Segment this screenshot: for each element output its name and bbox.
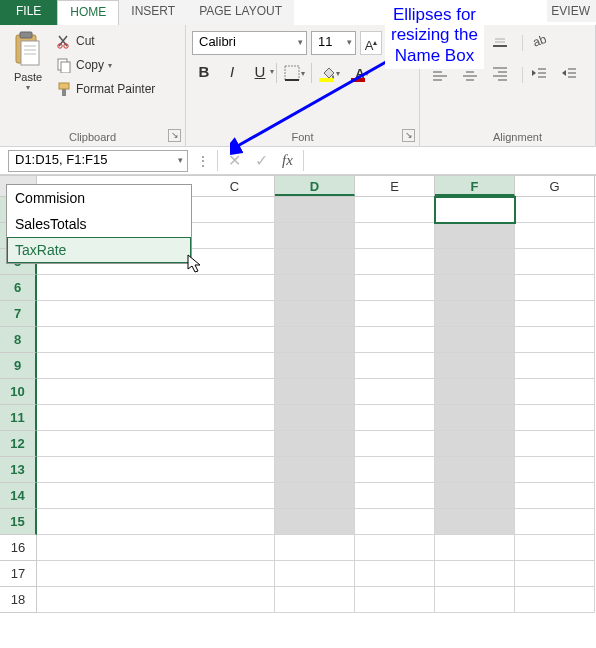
cell[interactable] — [515, 223, 595, 249]
cell[interactable] — [355, 197, 435, 223]
cell[interactable] — [435, 405, 515, 431]
underline-button[interactable]: U▾ — [248, 61, 272, 85]
cell[interactable] — [515, 431, 595, 457]
row-header[interactable]: 11 — [0, 405, 37, 431]
decrease-indent-button[interactable] — [529, 63, 555, 87]
cell[interactable] — [355, 587, 435, 613]
cell[interactable] — [515, 587, 595, 613]
cell[interactable] — [275, 431, 355, 457]
cell[interactable] — [435, 379, 515, 405]
cell[interactable] — [195, 561, 275, 587]
cell[interactable] — [275, 587, 355, 613]
row-header[interactable]: 7 — [0, 301, 37, 327]
cell[interactable] — [355, 457, 435, 483]
cell[interactable] — [515, 301, 595, 327]
cell[interactable] — [275, 535, 355, 561]
name-box[interactable]: D1:D15, F1:F15 ▾ — [8, 150, 188, 172]
borders-button[interactable]: ▾ — [281, 61, 307, 85]
cell[interactable] — [195, 353, 275, 379]
cell[interactable] — [195, 457, 275, 483]
cell[interactable] — [435, 509, 515, 535]
increase-font-size-button[interactable]: A▴ — [360, 31, 382, 55]
clipboard-dialog-launcher[interactable]: ↘ — [168, 129, 181, 142]
cell[interactable] — [515, 405, 595, 431]
cell[interactable] — [195, 483, 275, 509]
cell[interactable] — [275, 197, 355, 223]
cell[interactable] — [275, 379, 355, 405]
cell[interactable] — [515, 483, 595, 509]
cell[interactable] — [435, 223, 515, 249]
column-header[interactable]: E — [355, 176, 435, 196]
cell[interactable] — [275, 327, 355, 353]
cell[interactable] — [195, 431, 275, 457]
row-header[interactable]: 15 — [0, 509, 37, 535]
cell[interactable] — [435, 301, 515, 327]
cell[interactable] — [435, 431, 515, 457]
cell[interactable] — [435, 535, 515, 561]
font-color-button[interactable]: A ▾ — [348, 61, 376, 85]
cell[interactable] — [515, 197, 595, 223]
cell[interactable] — [195, 535, 275, 561]
cell[interactable] — [435, 353, 515, 379]
cell[interactable] — [515, 509, 595, 535]
row-header[interactable]: 10 — [0, 379, 37, 405]
copy-button[interactable]: Copy ▾ — [56, 53, 155, 77]
cell[interactable] — [195, 197, 275, 223]
tab-file[interactable]: FILE — [0, 0, 57, 25]
cell[interactable] — [355, 275, 435, 301]
cell[interactable] — [275, 223, 355, 249]
named-range-item[interactable]: SalesTotals — [7, 211, 191, 237]
align-bottom-button[interactable] — [490, 31, 516, 55]
cell[interactable] — [515, 275, 595, 301]
row-header[interactable]: 13 — [0, 457, 37, 483]
font-size-combo[interactable]: 11▾ — [311, 31, 356, 55]
cell[interactable] — [195, 249, 275, 275]
cell[interactable] — [515, 561, 595, 587]
cell[interactable] — [355, 509, 435, 535]
name-box-dropdown-icon[interactable]: ▾ — [178, 155, 183, 165]
cell[interactable] — [355, 223, 435, 249]
cell[interactable] — [435, 457, 515, 483]
named-range-item[interactable]: Commision — [7, 185, 191, 211]
cell[interactable] — [195, 509, 275, 535]
row-header[interactable]: 17 — [0, 561, 37, 587]
cell[interactable] — [435, 561, 515, 587]
row-header[interactable]: 12 — [0, 431, 37, 457]
cell[interactable] — [515, 535, 595, 561]
paste-button[interactable]: Paste ▾ — [6, 29, 50, 101]
row-header[interactable]: 6 — [0, 275, 37, 301]
cell[interactable] — [355, 431, 435, 457]
cell[interactable] — [435, 249, 515, 275]
tab-review-partial[interactable]: EVIEW — [547, 0, 596, 22]
cell[interactable] — [195, 405, 275, 431]
enter-formula-button[interactable]: ✓ — [255, 151, 268, 170]
cell[interactable] — [195, 301, 275, 327]
cell[interactable] — [195, 379, 275, 405]
cell[interactable] — [275, 561, 355, 587]
cell[interactable] — [355, 561, 435, 587]
cell[interactable] — [435, 275, 515, 301]
font-name-combo[interactable]: Calibri▾ — [192, 31, 307, 55]
cell[interactable] — [435, 483, 515, 509]
paste-dropdown-icon[interactable]: ▾ — [6, 83, 50, 92]
row-header[interactable]: 18 — [0, 587, 37, 613]
tab-insert[interactable]: INSERT — [119, 0, 187, 25]
cell[interactable] — [355, 379, 435, 405]
row-header[interactable]: 16 — [0, 535, 37, 561]
cell[interactable] — [275, 275, 355, 301]
cell[interactable] — [275, 353, 355, 379]
font-dialog-launcher[interactable]: ↘ — [402, 129, 415, 142]
cell[interactable] — [355, 301, 435, 327]
cell[interactable] — [355, 353, 435, 379]
tab-page-layout[interactable]: PAGE LAYOUT — [187, 0, 294, 25]
cell[interactable] — [515, 457, 595, 483]
row-header[interactable]: 14 — [0, 483, 37, 509]
format-painter-button[interactable]: Format Painter — [56, 77, 155, 101]
cell[interactable] — [515, 353, 595, 379]
bold-button[interactable]: B — [192, 61, 216, 85]
cell[interactable] — [435, 587, 515, 613]
cell[interactable] — [355, 535, 435, 561]
name-box-resize-ellipses[interactable]: ⋮ — [188, 147, 217, 174]
cell[interactable] — [515, 249, 595, 275]
named-range-item[interactable]: TaxRate — [7, 237, 191, 263]
